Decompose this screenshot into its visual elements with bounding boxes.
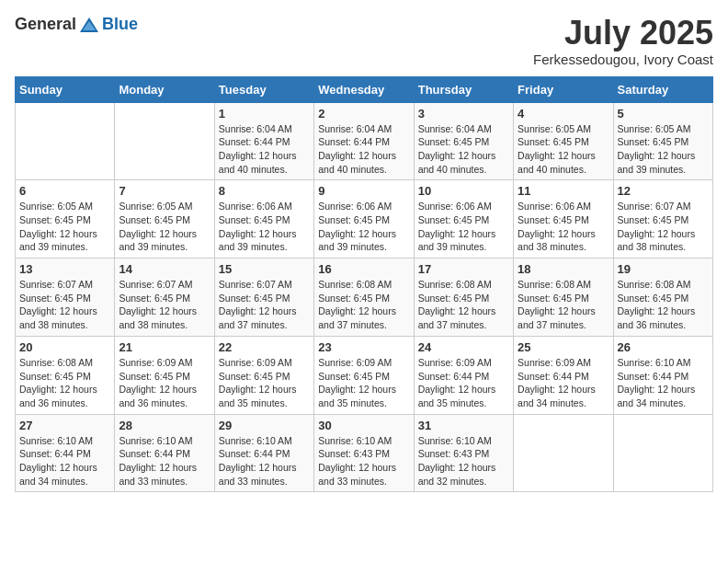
calendar-cell: 17Sunrise: 6:08 AM Sunset: 6:45 PM Dayli… bbox=[414, 259, 513, 337]
day-number: 16 bbox=[318, 262, 409, 276]
day-number: 27 bbox=[19, 419, 110, 432]
day-info: Sunrise: 6:09 AM Sunset: 6:45 PM Dayligh… bbox=[219, 356, 310, 410]
header-day-tuesday: Tuesday bbox=[214, 76, 313, 102]
calendar-cell: 3Sunrise: 6:04 AM Sunset: 6:45 PM Daylig… bbox=[414, 102, 513, 180]
day-info: Sunrise: 6:10 AM Sunset: 6:44 PM Dayligh… bbox=[618, 356, 709, 410]
calendar-cell: 25Sunrise: 6:09 AM Sunset: 6:44 PM Dayli… bbox=[514, 336, 613, 414]
day-info: Sunrise: 6:06 AM Sunset: 6:45 PM Dayligh… bbox=[219, 200, 310, 254]
calendar-cell: 19Sunrise: 6:08 AM Sunset: 6:45 PM Dayli… bbox=[613, 259, 712, 337]
day-info: Sunrise: 6:06 AM Sunset: 6:45 PM Dayligh… bbox=[518, 200, 609, 254]
logo-icon bbox=[78, 16, 100, 34]
calendar-cell: 4Sunrise: 6:05 AM Sunset: 6:45 PM Daylig… bbox=[514, 102, 613, 180]
logo-blue: Blue bbox=[102, 15, 138, 33]
header-day-wednesday: Wednesday bbox=[314, 76, 414, 102]
day-number: 14 bbox=[119, 262, 210, 276]
day-info: Sunrise: 6:07 AM Sunset: 6:45 PM Dayligh… bbox=[19, 278, 110, 332]
header-day-sunday: Sunday bbox=[16, 76, 115, 102]
calendar-cell: 7Sunrise: 6:05 AM Sunset: 6:45 PM Daylig… bbox=[115, 180, 214, 259]
day-info: Sunrise: 6:10 AM Sunset: 6:44 PM Dayligh… bbox=[19, 434, 110, 488]
day-info: Sunrise: 6:04 AM Sunset: 6:45 PM Dayligh… bbox=[418, 122, 509, 177]
day-info: Sunrise: 6:07 AM Sunset: 6:45 PM Dayligh… bbox=[219, 278, 310, 332]
header-day-thursday: Thursday bbox=[414, 76, 513, 102]
day-info: Sunrise: 6:05 AM Sunset: 6:45 PM Dayligh… bbox=[19, 200, 110, 254]
week-row-3: 13Sunrise: 6:07 AM Sunset: 6:45 PM Dayli… bbox=[16, 259, 713, 337]
calendar-cell bbox=[16, 102, 115, 180]
calendar-cell: 21Sunrise: 6:09 AM Sunset: 6:45 PM Dayli… bbox=[115, 336, 214, 414]
header-day-saturday: Saturday bbox=[613, 76, 712, 102]
calendar-cell bbox=[514, 414, 613, 492]
day-number: 28 bbox=[119, 419, 210, 432]
calendar-cell: 20Sunrise: 6:08 AM Sunset: 6:45 PM Dayli… bbox=[16, 336, 115, 414]
calendar-body: 1Sunrise: 6:04 AM Sunset: 6:44 PM Daylig… bbox=[16, 102, 713, 492]
day-info: Sunrise: 6:10 AM Sunset: 6:43 PM Dayligh… bbox=[418, 434, 509, 488]
calendar-cell: 27Sunrise: 6:10 AM Sunset: 6:44 PM Dayli… bbox=[16, 414, 115, 492]
day-number: 1 bbox=[219, 107, 310, 121]
day-number: 10 bbox=[418, 184, 509, 198]
month-year-title: July 2025 bbox=[533, 15, 713, 52]
day-number: 2 bbox=[318, 107, 409, 121]
logo-general: General bbox=[15, 15, 76, 34]
day-info: Sunrise: 6:08 AM Sunset: 6:45 PM Dayligh… bbox=[618, 278, 709, 332]
calendar-cell: 16Sunrise: 6:08 AM Sunset: 6:45 PM Dayli… bbox=[314, 259, 414, 337]
calendar-cell: 5Sunrise: 6:05 AM Sunset: 6:45 PM Daylig… bbox=[613, 102, 712, 180]
day-info: Sunrise: 6:08 AM Sunset: 6:45 PM Dayligh… bbox=[19, 356, 110, 410]
day-info: Sunrise: 6:08 AM Sunset: 6:45 PM Dayligh… bbox=[318, 278, 409, 332]
calendar-cell: 18Sunrise: 6:08 AM Sunset: 6:45 PM Dayli… bbox=[514, 259, 613, 337]
calendar-cell: 30Sunrise: 6:10 AM Sunset: 6:43 PM Dayli… bbox=[314, 414, 414, 492]
day-number: 30 bbox=[318, 419, 409, 432]
location-subtitle: Ferkessedougou, Ivory Coast bbox=[533, 52, 713, 67]
day-number: 26 bbox=[618, 340, 709, 354]
day-number: 3 bbox=[418, 107, 509, 121]
day-info: Sunrise: 6:04 AM Sunset: 6:44 PM Dayligh… bbox=[219, 122, 310, 177]
day-number: 17 bbox=[418, 262, 509, 276]
day-number: 11 bbox=[518, 184, 609, 198]
day-number: 24 bbox=[418, 340, 509, 354]
day-number: 29 bbox=[219, 419, 310, 432]
day-info: Sunrise: 6:06 AM Sunset: 6:45 PM Dayligh… bbox=[318, 200, 409, 254]
day-number: 6 bbox=[19, 184, 110, 198]
calendar-cell: 14Sunrise: 6:07 AM Sunset: 6:45 PM Dayli… bbox=[115, 259, 214, 337]
logo: General Blue bbox=[15, 15, 138, 34]
day-number: 18 bbox=[518, 262, 609, 276]
calendar-cell: 15Sunrise: 6:07 AM Sunset: 6:45 PM Dayli… bbox=[214, 259, 313, 337]
calendar-cell: 28Sunrise: 6:10 AM Sunset: 6:44 PM Dayli… bbox=[115, 414, 214, 492]
day-info: Sunrise: 6:10 AM Sunset: 6:44 PM Dayligh… bbox=[119, 434, 210, 488]
calendar-cell: 29Sunrise: 6:10 AM Sunset: 6:44 PM Dayli… bbox=[214, 414, 313, 492]
day-number: 22 bbox=[219, 340, 310, 354]
calendar-cell: 10Sunrise: 6:06 AM Sunset: 6:45 PM Dayli… bbox=[414, 180, 513, 259]
title-block: July 2025 Ferkessedougou, Ivory Coast bbox=[533, 15, 713, 67]
day-number: 15 bbox=[219, 262, 310, 276]
day-info: Sunrise: 6:06 AM Sunset: 6:45 PM Dayligh… bbox=[418, 200, 509, 254]
calendar-cell: 11Sunrise: 6:06 AM Sunset: 6:45 PM Dayli… bbox=[514, 180, 613, 259]
day-number: 13 bbox=[19, 262, 110, 276]
calendar-cell: 6Sunrise: 6:05 AM Sunset: 6:45 PM Daylig… bbox=[16, 180, 115, 259]
day-number: 5 bbox=[618, 107, 709, 121]
day-number: 19 bbox=[618, 262, 709, 276]
week-row-5: 27Sunrise: 6:10 AM Sunset: 6:44 PM Dayli… bbox=[16, 414, 713, 492]
day-info: Sunrise: 6:08 AM Sunset: 6:45 PM Dayligh… bbox=[418, 278, 509, 332]
day-info: Sunrise: 6:05 AM Sunset: 6:45 PM Dayligh… bbox=[518, 122, 609, 177]
day-number: 12 bbox=[618, 184, 709, 198]
header-row: SundayMondayTuesdayWednesdayThursdayFrid… bbox=[16, 76, 713, 102]
day-number: 20 bbox=[19, 340, 110, 354]
calendar-cell: 8Sunrise: 6:06 AM Sunset: 6:45 PM Daylig… bbox=[214, 180, 313, 259]
day-number: 25 bbox=[518, 340, 609, 354]
day-number: 31 bbox=[418, 419, 509, 432]
calendar-cell: 12Sunrise: 6:07 AM Sunset: 6:45 PM Dayli… bbox=[613, 180, 712, 259]
day-info: Sunrise: 6:09 AM Sunset: 6:44 PM Dayligh… bbox=[518, 356, 609, 410]
week-row-1: 1Sunrise: 6:04 AM Sunset: 6:44 PM Daylig… bbox=[16, 102, 713, 180]
day-info: Sunrise: 6:05 AM Sunset: 6:45 PM Dayligh… bbox=[119, 200, 210, 254]
day-number: 7 bbox=[119, 184, 210, 198]
calendar-cell: 22Sunrise: 6:09 AM Sunset: 6:45 PM Dayli… bbox=[214, 336, 313, 414]
day-number: 23 bbox=[318, 340, 409, 354]
calendar-cell bbox=[613, 414, 712, 492]
page-header: General Blue July 2025 Ferkessedougou, I… bbox=[15, 15, 713, 67]
day-number: 8 bbox=[219, 184, 310, 198]
header-day-monday: Monday bbox=[115, 76, 214, 102]
week-row-4: 20Sunrise: 6:08 AM Sunset: 6:45 PM Dayli… bbox=[16, 336, 713, 414]
calendar-cell: 2Sunrise: 6:04 AM Sunset: 6:44 PM Daylig… bbox=[314, 102, 414, 180]
day-info: Sunrise: 6:09 AM Sunset: 6:45 PM Dayligh… bbox=[119, 356, 210, 410]
day-info: Sunrise: 6:07 AM Sunset: 6:45 PM Dayligh… bbox=[119, 278, 210, 332]
day-info: Sunrise: 6:08 AM Sunset: 6:45 PM Dayligh… bbox=[518, 278, 609, 332]
day-info: Sunrise: 6:09 AM Sunset: 6:45 PM Dayligh… bbox=[318, 356, 409, 410]
